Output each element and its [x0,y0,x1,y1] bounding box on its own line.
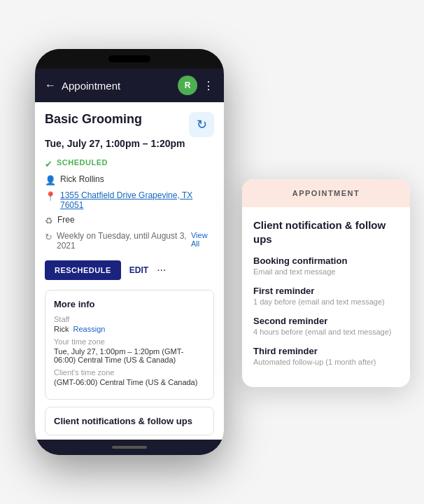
popup-header: APPOINTMENT [242,179,410,207]
popup-item-subtitle-booking: Email and text message [253,267,399,276]
address-row: 📍 1355 Chatfield Drive Grapevine, TX 760… [45,190,214,210]
more-info-title: More info [54,299,205,309]
more-info-card: More info Staff Rick Reassign Your time … [45,290,214,400]
price-icon: ♻ [45,216,53,226]
client-row: 👤 Rick Rollins [45,174,214,186]
status-row: ✔ SCHEDULED [45,158,214,169]
phone-notch-bar [35,49,224,69]
phone-bottom-bar [35,440,224,455]
client-notifications-row[interactable]: Client notifications & follow ups [45,407,214,435]
phone-shell: ← Appointment R ⋮ ↻ Basic Grooming Tue, … [35,49,224,455]
price-row: ♻ Free [45,215,214,226]
price-value: Free [57,215,75,225]
sync-icon: ↻ [197,117,207,132]
reschedule-button[interactable]: RESCHEDULE [45,260,121,280]
back-button[interactable]: ← [45,79,56,92]
phone-header: ← Appointment R ⋮ [35,69,224,102]
client-timezone-label: Client's time zone [54,368,205,377]
phone-content: ↻ Basic Grooming Tue, July 27, 1:00pm – … [35,102,224,440]
person-icon: 👤 [45,175,56,186]
recurrence-text: Weekly on Tuesday, until August 3, 2021 [57,231,187,251]
popup-header-title: APPOINTMENT [253,189,399,197]
client-name: Rick Rollins [60,174,104,184]
phone-screen: ← Appointment R ⋮ ↻ Basic Grooming Tue, … [35,69,224,440]
sync-button[interactable]: ↻ [189,112,214,137]
action-row: RESCHEDULE EDIT ··· [45,260,214,280]
client-timezone-value: (GMT-06:00) Central Time (US & Canada) [54,378,205,386]
popup-item-title-booking: Booking confirmation [253,255,399,266]
avatar[interactable]: R [178,76,197,95]
popup-card: APPOINTMENT Client notification & follow… [242,179,410,387]
address-link[interactable]: 1355 Chatfield Drive Grapevine, TX 76051 [60,190,214,210]
popup-section-title: Client notification & follow ups [253,218,399,246]
location-icon: 📍 [45,191,56,202]
recurrence-row: ↻ Weekly on Tuesday, until August 3, 202… [45,231,214,251]
popup-item-third-reminder: Third reminder Automated follow-up (1 mo… [253,346,399,366]
popup-item-booking: Booking confirmation Email and text mess… [253,255,399,276]
status-icon: ✔ [45,159,52,169]
popup-item-title-first: First reminder [253,286,399,296]
reassign-link[interactable]: Reassign [73,325,106,333]
popup-body: Client notification & follow ups Booking… [242,207,410,387]
popup-item-subtitle-first: 1 day before (email and text message) [253,298,399,306]
popup-item-first-reminder: First reminder 1 day before (email and t… [253,286,399,306]
edit-button[interactable]: EDIT [129,265,148,275]
page-title: Appointment [62,80,172,92]
appointment-datetime: Tue, July 27, 1:00pm – 1:20pm [45,137,214,151]
view-all-link[interactable]: View All [191,231,214,248]
phone-notch [108,55,150,62]
popup-item-subtitle-third: Automated follow-up (1 month after) [253,358,399,366]
home-indicator [112,446,147,449]
popup-item-second-reminder: Second reminder 4 hours before (email an… [253,316,399,336]
your-timezone-value: Tue, July 27, 1:00pm – 1:20pm (GMT-06:00… [54,347,205,364]
staff-value: Rick Reassign [54,325,205,333]
popup-item-title-second: Second reminder [253,316,399,326]
more-button[interactable]: ··· [157,264,166,276]
status-badge: SCHEDULED [57,158,108,167]
popup-item-title-third: Third reminder [253,346,399,356]
your-timezone-label: Your time zone [54,337,205,346]
staff-label: Staff [54,315,205,323]
more-options-icon[interactable]: ⋮ [203,79,214,92]
popup-item-subtitle-second: 4 hours before (email and text message) [253,328,399,336]
recurrence-icon: ↻ [45,232,52,242]
